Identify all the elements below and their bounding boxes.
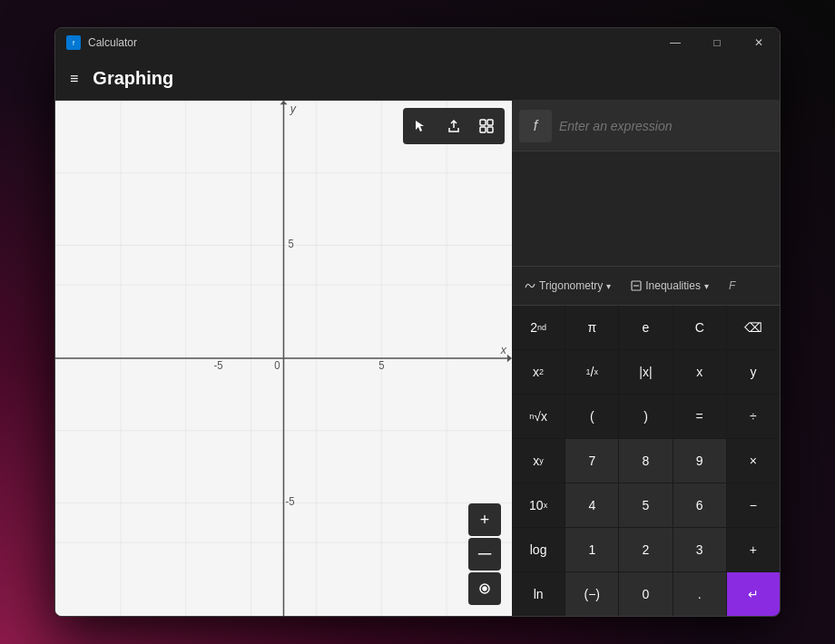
key-abs[interactable]: |x|	[619, 350, 672, 394]
trig-button[interactable]: Trigonometry ▾	[516, 271, 620, 300]
key-1[interactable]: 1	[565, 528, 618, 571]
key-4[interactable]: 4	[565, 483, 618, 527]
key-10-power-x[interactable]: 10x	[512, 483, 565, 527]
svg-rect-28	[480, 120, 486, 125]
svg-point-33	[483, 587, 486, 590]
graph-svg: 0 -5 5 5 -5 x y	[55, 101, 512, 616]
svg-rect-31	[487, 127, 493, 132]
svg-text:-5: -5	[214, 359, 223, 371]
key-second[interactable]: 2nd	[512, 306, 565, 349]
key-2[interactable]: 2	[619, 528, 672, 571]
title-bar: f Calculator — □ ✕	[55, 28, 780, 57]
zoom-in-button[interactable]: +	[468, 503, 501, 536]
zoom-fit-button[interactable]	[468, 572, 501, 605]
graph-area[interactable]: 0 -5 5 5 -5 x y	[55, 101, 512, 616]
key-decimal[interactable]: .	[673, 572, 726, 616]
functions-f-label: F	[729, 279, 735, 292]
key-backspace[interactable]: ⌫	[727, 306, 780, 349]
svg-rect-29	[487, 120, 493, 125]
functions-button[interactable]: F	[720, 271, 744, 300]
key-negate[interactable]: (−)	[565, 572, 618, 616]
svg-text:5: 5	[378, 359, 384, 371]
zoom-controls: + ─	[468, 503, 501, 605]
key-x-var[interactable]: x	[673, 350, 726, 394]
key-multiply[interactable]: ×	[727, 439, 780, 483]
key-close-paren[interactable]: )	[619, 395, 672, 438]
key-open-paren[interactable]: (	[565, 395, 618, 438]
settings-tool-button[interactable]	[472, 112, 501, 141]
app-icon: f	[66, 35, 81, 50]
cursor-tool-button[interactable]	[407, 112, 436, 141]
app-title: Graphing	[93, 68, 173, 89]
svg-text:-5: -5	[286, 494, 295, 506]
key-nth-root[interactable]: n√x	[512, 395, 565, 438]
share-tool-button[interactable]	[439, 112, 468, 141]
key-3[interactable]: 3	[673, 528, 726, 571]
svg-rect-30	[480, 127, 486, 132]
inequalities-button[interactable]: Inequalities ▾	[622, 271, 718, 300]
key-5[interactable]: 5	[619, 483, 672, 527]
window-controls: — □ ✕	[654, 28, 780, 57]
key-subtract[interactable]: −	[727, 483, 780, 527]
minimize-button[interactable]: —	[654, 28, 696, 57]
svg-text:f: f	[73, 40, 74, 46]
svg-text:y: y	[290, 102, 297, 115]
key-6[interactable]: 6	[673, 483, 726, 527]
key-add[interactable]: +	[727, 528, 780, 571]
trig-chevron-icon: ▾	[606, 281, 611, 291]
menu-icon[interactable]: ≡	[70, 71, 78, 87]
key-y-var[interactable]: y	[727, 350, 780, 394]
expression-input[interactable]	[559, 119, 772, 133]
svg-text:5: 5	[289, 237, 294, 249]
window-title: Calculator	[88, 36, 137, 49]
keypad: 2ndπeC⌫x21/x|x|xyn√x()=÷xy789×10x456−log…	[512, 306, 780, 616]
main-content: 0 -5 5 5 -5 x y	[55, 101, 780, 616]
f-badge: f	[519, 110, 552, 142]
key-x-squared[interactable]: x2	[512, 350, 565, 394]
svg-text:x: x	[500, 342, 507, 356]
calculator-window: f Calculator — □ ✕ ≡ Graphing	[54, 27, 781, 617]
close-button[interactable]: ✕	[738, 28, 780, 57]
key-e[interactable]: e	[619, 306, 672, 349]
key-reciprocal[interactable]: 1/x	[565, 350, 618, 394]
key-equals[interactable]: =	[673, 395, 726, 438]
key-8[interactable]: 8	[619, 439, 672, 483]
key-clear[interactable]: C	[673, 306, 726, 349]
inequalities-chevron-icon: ▾	[704, 281, 709, 291]
right-panel: f Trigonometry ▾	[512, 101, 780, 616]
key-9[interactable]: 9	[673, 439, 726, 483]
key-ln[interactable]: ln	[512, 572, 565, 616]
graph-toolbar	[403, 108, 505, 144]
key-7[interactable]: 7	[565, 439, 618, 483]
key-divide[interactable]: ÷	[727, 395, 780, 438]
maximize-button[interactable]: □	[696, 28, 738, 57]
key-0[interactable]: 0	[619, 572, 672, 616]
key-pi[interactable]: π	[565, 306, 618, 349]
svg-text:0: 0	[274, 359, 280, 371]
key-log[interactable]: log	[512, 528, 565, 571]
key-x-power-y[interactable]: xy	[512, 439, 565, 483]
zoom-out-button[interactable]: ─	[468, 538, 501, 571]
app-header: ≡ Graphing	[55, 57, 780, 101]
expression-bar[interactable]: f	[512, 101, 780, 151]
func-toolbar: Trigonometry ▾ Inequalities ▾ F	[512, 266, 780, 306]
expressions-list	[512, 151, 780, 266]
key-enter[interactable]: ↵	[727, 572, 780, 616]
